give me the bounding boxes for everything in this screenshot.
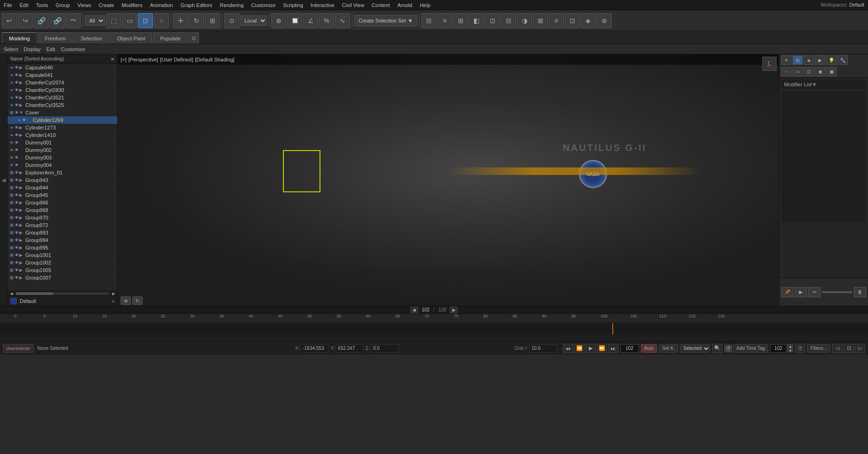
extra-btn-3[interactable]: ▷ (855, 344, 865, 353)
angle-snap-button[interactable]: ∠ (303, 13, 318, 28)
tab-object-paint[interactable]: Object Paint (110, 32, 152, 44)
item-visibility-icon[interactable]: 👁 (15, 230, 19, 235)
scene-item[interactable]: ●👁▶Cylinder1410 (8, 131, 117, 139)
workspace-value[interactable]: Default (849, 2, 864, 8)
scene-item[interactable]: ●👁▶ChamferCyl3521 (8, 94, 117, 101)
render-to-texture-button[interactable]: ⊠ (533, 13, 548, 28)
frame-down-button[interactable]: ▼ (787, 348, 793, 352)
item-visibility-icon[interactable]: 👁 (15, 238, 19, 242)
timeline-playhead[interactable] (612, 323, 613, 334)
scene-item[interactable]: ⊞👁▶Group944 (8, 184, 117, 191)
frame-up-button[interactable]: ▲ (787, 344, 793, 348)
print-size-button[interactable]: ⊡ (565, 13, 580, 28)
item-visibility-icon[interactable]: 👁 (15, 148, 19, 152)
item-visibility-icon[interactable]: 👁 (15, 178, 19, 182)
item-visibility-icon[interactable]: 👁 (15, 140, 19, 145)
move-button[interactable]: ✛ (173, 13, 188, 28)
item-expand-icon[interactable]: ▶ (19, 223, 24, 227)
sub-menu-edit[interactable]: Edit (46, 46, 55, 52)
viewport-nav-pan-button[interactable]: ⊕ (121, 296, 131, 305)
scene-item[interactable]: ●👁▶Capsule040 (8, 64, 117, 71)
coordinate-system-dropdown[interactable]: Local (240, 15, 267, 26)
item-visibility-icon[interactable]: 👁 (15, 185, 19, 190)
tab-modeling[interactable]: Modeling (2, 32, 37, 44)
item-expand-icon[interactable]: ▶ (19, 230, 24, 235)
item-expand-icon[interactable]: ▶ (19, 125, 24, 130)
utilities-panel-button[interactable]: 🔧 (838, 55, 848, 65)
undo-button[interactable]: ↩ (2, 13, 17, 28)
layer-options-button[interactable]: ≡ (112, 298, 114, 304)
item-expand-icon[interactable]: ▶ (19, 80, 24, 85)
timeline-prev-arrow[interactable]: ◀ (411, 307, 418, 313)
batch-render-button[interactable]: ≡ (549, 13, 564, 28)
menu-views[interactable]: Views (74, 1, 95, 9)
menu-scripting[interactable]: Scripting (279, 1, 307, 9)
scene-explorer-close-button[interactable]: × (111, 55, 114, 63)
scene-item[interactable]: ⊞👁▶Group1005 (8, 266, 117, 274)
scene-item[interactable]: ●👁▶Capsule041 (8, 71, 117, 79)
layer-manager-button[interactable]: ≡ (437, 13, 452, 28)
viewport-orientation-icon[interactable]: 🎩 (762, 57, 777, 71)
material-editor-button[interactable]: ◧ (469, 13, 484, 28)
scene-item[interactable]: ⊞👁▶Group970 (8, 214, 117, 221)
item-expand-icon[interactable]: ▶ (19, 253, 24, 257)
scene-explorer-header[interactable]: Name (Sorted Ascending) × (8, 54, 117, 64)
timeline-track[interactable] (0, 323, 868, 334)
scene-item[interactable]: ⊞👁▶Group943 (8, 176, 117, 184)
motion-panel-button[interactable]: ▶ (815, 55, 825, 65)
link-button[interactable]: 🔗 (34, 13, 49, 28)
modifier-dropdown-arrow[interactable]: ▼ (812, 82, 817, 87)
create-selection-set-button[interactable]: Create Selection Set ▼ (354, 15, 417, 26)
item-expand-icon[interactable]: ▶ (19, 185, 24, 190)
item-visibility-icon[interactable]: 👁 (15, 253, 19, 257)
transform-type-dropdown[interactable]: All (85, 15, 105, 26)
scene-item[interactable]: ✕👁Dummy003 (8, 154, 117, 161)
environment-button[interactable]: ◈ (581, 13, 596, 28)
scene-item[interactable]: ⊞👁▼Cover (8, 109, 117, 116)
effects-button[interactable]: ⊛ (597, 13, 612, 28)
time-config-button[interactable]: ⏱ (795, 344, 805, 353)
item-expand-icon[interactable]: ▶ (19, 73, 24, 77)
menu-arnold[interactable]: Arnold (394, 1, 416, 9)
color-swatch-btn[interactable]: ▣ (826, 67, 837, 76)
next-frame-button[interactable]: ⏩ (597, 344, 607, 353)
menu-civil-view[interactable]: Civil View (338, 1, 368, 9)
menu-create[interactable]: Create (95, 1, 118, 9)
menu-animation[interactable]: Animation (146, 1, 177, 9)
rp-delete-button[interactable]: 🗑 (854, 287, 866, 297)
scene-item[interactable]: ●👁▶ChamferCyl2074 (8, 79, 117, 86)
active-shade-button[interactable]: ◑ (517, 13, 532, 28)
scroll-right-arrow[interactable]: ▶ (110, 291, 117, 296)
scene-item[interactable]: ⊞👁▶Group993 (8, 229, 117, 236)
item-visibility-icon[interactable]: 👁 (15, 200, 19, 205)
menu-group[interactable]: Group (52, 1, 74, 9)
viewport-shading[interactable]: [Default Shading] (195, 57, 234, 62)
item-visibility-icon[interactable]: 👁 (22, 118, 26, 122)
scene-item[interactable]: ⊞👁▶Group1007 (8, 274, 117, 281)
menu-help[interactable]: Help (416, 1, 434, 9)
current-frame-input[interactable] (620, 344, 639, 353)
unlink-button[interactable]: 🔗 (50, 13, 65, 28)
scene-item[interactable]: ⊞👁▶Group995 (8, 244, 117, 251)
bind-space-warp-button[interactable]: 〜 (66, 13, 81, 28)
item-expand-icon[interactable]: ▶ (19, 260, 24, 265)
scene-item[interactable]: ✕👁Dummy002 (8, 146, 117, 154)
reference-coord-button[interactable]: ⊙ (224, 13, 239, 28)
circular-select-button[interactable]: ○ (154, 13, 169, 28)
item-visibility-icon[interactable]: 👁 (15, 103, 19, 107)
item-expand-icon[interactable]: ▶ (19, 103, 24, 107)
filters-button[interactable]: Filters... (807, 344, 830, 353)
item-expand-icon[interactable]: ▶ (19, 170, 24, 175)
item-expand-icon[interactable]: ▶ (19, 178, 24, 182)
scene-item[interactable]: ●👁▶ChamferCyl2830 (8, 86, 117, 94)
rp-strength-slider[interactable] (822, 291, 853, 293)
named-selection-button[interactable]: ⊟ (421, 13, 436, 28)
item-expand-icon[interactable]: ▶ (19, 275, 24, 280)
viewport[interactable]: [+] [Perspective] [User Defined] [Defaul… (118, 54, 779, 306)
item-visibility-icon[interactable]: 👁 (15, 260, 19, 265)
play-button[interactable]: ▶ (586, 344, 596, 353)
goto-end-button[interactable]: ⏭ (608, 344, 618, 353)
item-expand-icon[interactable]: ▶ (19, 95, 24, 100)
render-frame-button[interactable]: ⊟ (501, 13, 516, 28)
item-visibility-icon[interactable]: 👁 (15, 155, 19, 160)
